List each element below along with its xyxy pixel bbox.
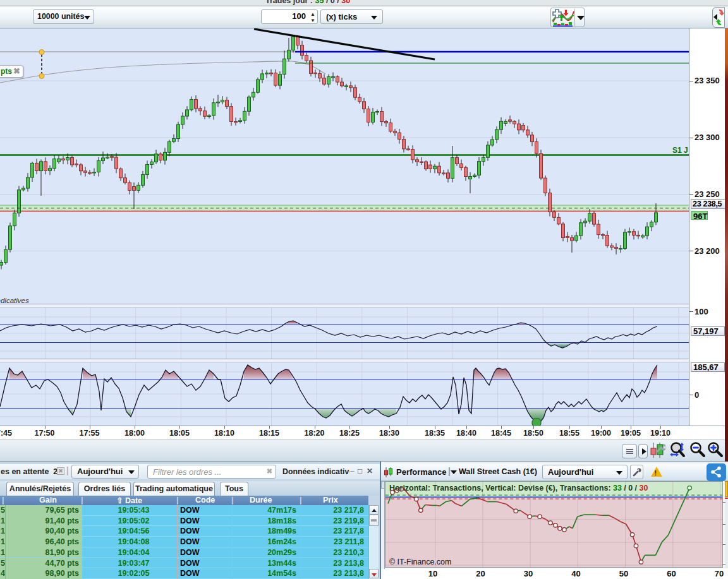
svg-text:Horizontal: Transactions, Vert: Horizontal: Transactions, Vertical: Devi…: [389, 484, 648, 492]
svg-text:S1 J: S1 J: [672, 146, 688, 155]
svg-text:© IT-Finance.com: © IT-Finance.com: [389, 558, 451, 566]
svg-text:indicatives: indicatives: [0, 297, 29, 304]
